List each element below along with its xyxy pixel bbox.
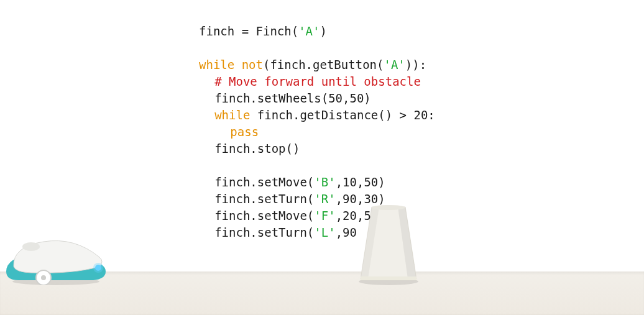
code-line-11: finch.setTurn('R',90,30) bbox=[199, 192, 385, 206]
finch-robot-icon bbox=[0, 223, 112, 285]
code-line-13: finch.setTurn('L',90,30) bbox=[199, 226, 385, 239]
code-line-12: finch.setMove('F',20,50) bbox=[199, 209, 385, 222]
svg-point-1 bbox=[22, 242, 40, 251]
finch-robot bbox=[0, 223, 112, 285]
svg-point-3 bbox=[93, 263, 103, 273]
svg-rect-8 bbox=[361, 276, 416, 280]
code-line-10: finch.setMove('B',10,50) bbox=[199, 175, 385, 189]
code-overlay: finch = Finch('A') while not(finch.getBu… bbox=[199, 6, 435, 241]
code-line-3: while not(finch.getButton('A')): bbox=[199, 58, 426, 71]
code-line-2 bbox=[199, 41, 206, 55]
code-line-8: finch.stop() bbox=[199, 142, 300, 155]
code-line-9 bbox=[199, 158, 206, 172]
svg-point-5 bbox=[41, 275, 46, 280]
code-line-5: finch.setWheels(50,50) bbox=[199, 91, 371, 105]
code-line-4: # Move forward until obstacle bbox=[199, 75, 421, 88]
code-line-6: while finch.getDistance() > 20: bbox=[199, 108, 435, 122]
code-line-7: pass bbox=[199, 125, 259, 139]
code-line-1: finch = Finch('A') bbox=[199, 24, 327, 38]
